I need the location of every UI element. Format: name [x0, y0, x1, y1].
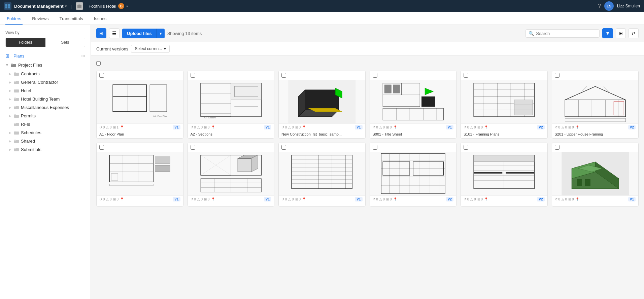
card-1-thumb: A1 - Floor Plan [97, 80, 183, 123]
nav-tabs: Folders Reviews Transmittals Issues [0, 12, 644, 25]
compare-button[interactable]: ⇄ [629, 28, 639, 38]
plans-more-icon[interactable]: ••• [81, 54, 85, 58]
card-3-version: V1 [355, 125, 362, 129]
toggle-folders[interactable]: Folders [6, 38, 45, 47]
svg-rect-3 [8, 6, 10, 8]
svg-marker-48 [305, 90, 339, 110]
card-8[interactable]: ↺ 0△ 0⊞ 0📍 V1 [188, 143, 275, 207]
select-all-checkbox[interactable] [96, 61, 101, 66]
card-6-name: S201 - Upper House Framing [552, 131, 639, 138]
card-8-thumb [188, 152, 274, 195]
folder-hotel[interactable]: ▶ Hotel [3, 86, 91, 95]
card-4-checkbox[interactable] [373, 73, 377, 78]
svg-rect-25 [14, 140, 16, 141]
card-11-thumb [461, 152, 547, 195]
card-7[interactable]: ↺ 0△ 0⊞ 0📍 V1 [96, 143, 183, 207]
card-6-checkbox[interactable] [555, 73, 560, 78]
svg-rect-97 [155, 157, 170, 163]
folder-general-contractor[interactable]: ▶ General Contractor [3, 78, 91, 86]
card-1[interactable]: A1 - Floor Plan ↺ 0 △ 0 ⊞ 1 📍 V1 A1 - Fl… [96, 71, 183, 139]
versions-select[interactable]: Select curren... ▾ [131, 45, 170, 53]
project-files-icon [11, 63, 16, 68]
permits-folder-icon [14, 114, 19, 118]
card-5-footer: ↺ 0△ 0⊞ 0📍 V2 [461, 123, 547, 131]
help-icon[interactable]: ? [598, 3, 601, 9]
card-12-version: V1 [628, 197, 636, 201]
card-12[interactable]: ↺ 0△ 0⊞ 0📍 V1 [552, 143, 639, 207]
svg-rect-2 [5, 6, 7, 8]
card-4-name: S001 - Title Sheet [370, 131, 456, 138]
sidebar-project-files[interactable]: ▼ Project Files [0, 61, 91, 70]
columns-button[interactable]: ⊞ [616, 28, 626, 38]
tab-folders[interactable]: Folders [5, 13, 23, 25]
svg-rect-17 [14, 106, 16, 107]
search-input[interactable] [536, 31, 597, 36]
card-2-checkbox[interactable] [191, 73, 195, 78]
card-12-footer: ↺ 0△ 0⊞ 0📍 V1 [552, 195, 639, 203]
item-count: Showing 13 items [167, 31, 523, 36]
misc-folder-icon [14, 106, 19, 110]
card-11[interactable]: ↺ 0△ 0⊞ 0📍 V2 [461, 143, 548, 207]
upload-files-button[interactable]: Upload files [122, 29, 157, 38]
tab-transmittals[interactable]: Transmittals [58, 13, 84, 25]
upload-dropdown-button[interactable]: ▾ [157, 29, 165, 38]
folder-permits[interactable]: ▶ Permits [3, 112, 91, 120]
card-3[interactable]: ↺ 0△ 0⊞ 0📍 V1 New Construction_rst_basic… [278, 71, 366, 139]
card-10[interactable]: ↺ 0△ 0⊞ 0📍 V2 [370, 143, 457, 207]
hbt-arrow: ▶ [9, 97, 12, 101]
app-icon [4, 2, 11, 10]
plans-label: Plans [13, 53, 25, 59]
folder-schedules[interactable]: ▶ Schedules [3, 128, 91, 137]
card-7-checkbox[interactable] [99, 145, 104, 150]
rfis-folder-icon [14, 122, 19, 126]
card-8-checkbox[interactable] [191, 145, 195, 150]
card-3-checkbox[interactable] [281, 73, 286, 78]
card-10-checkbox[interactable] [373, 145, 377, 150]
svg-rect-19 [14, 114, 16, 115]
avatar: LS [604, 1, 614, 11]
upload-group: Upload files ▾ [122, 29, 165, 38]
card-1-checkbox[interactable] [99, 73, 104, 78]
svg-rect-1 [8, 4, 10, 6]
card-9-name [279, 203, 365, 206]
card-5[interactable]: ↺ 0△ 0⊞ 0📍 V2 S101 - Framing Plans [461, 71, 548, 139]
card-9-checkbox[interactable] [281, 145, 286, 150]
svg-text:A1 - Floor Plan: A1 - Floor Plan [153, 115, 167, 117]
grid-view-button[interactable]: ⊞ [96, 28, 106, 38]
tab-reviews[interactable]: Reviews [31, 13, 50, 25]
svg-rect-23 [14, 131, 16, 132]
card-6[interactable]: ↺ 0△ 0⊞ 0📍 V2 S201 - Upper House Framing [552, 71, 639, 139]
card-9[interactable]: ↺ 0△ 0⊞ 0📍 V1 [278, 143, 366, 207]
folder-rfis[interactable]: RFIs [3, 120, 91, 128]
card-7-version: V1 [173, 197, 180, 201]
main-layout: View by Folders Sets ⊞ Plans ••• ▼ Proje… [0, 25, 644, 299]
svg-rect-57 [384, 85, 391, 93]
card-11-checkbox[interactable] [464, 145, 468, 150]
sidebar-item-plans[interactable]: ⊞ Plans ••• [0, 51, 91, 61]
filter-button[interactable]: ▼ [602, 28, 613, 38]
folder-submittals[interactable]: ▶ Submittals [3, 145, 91, 154]
card-4-version: V1 [446, 125, 453, 129]
tab-issues[interactable]: Issues [93, 13, 108, 25]
app-name[interactable]: Document Management ▾ [14, 4, 67, 9]
schedules-label: Schedules [21, 130, 41, 135]
folder-misc-expenses[interactable]: ▶ Miscellaneous Expenses [3, 103, 91, 112]
project-name[interactable]: Foothills Hotel B ▾ [89, 3, 128, 9]
folder-hotel-building-team[interactable]: ▶ Hotel Building Team [3, 95, 91, 103]
card-5-checkbox[interactable] [464, 73, 468, 78]
list-view-button[interactable]: ☰ [109, 28, 120, 38]
toggle-sets[interactable]: Sets [45, 38, 85, 47]
svg-rect-98 [155, 165, 170, 172]
folder-list: ▶ Contracts ▶ General Contractor ▶ Hotel… [0, 70, 91, 154]
search-icon: 🔍 [529, 31, 534, 36]
card-4-footer: ↺ 0△ 0⊞ 0📍 V1 [370, 123, 456, 131]
card-2[interactable]: A2 - Sections ↺ 0△ 0⊞ 0📍 V1 A2 - Section… [188, 71, 275, 139]
project-icon [76, 2, 83, 10]
card-12-checkbox[interactable] [555, 145, 560, 150]
folder-contracts[interactable]: ▶ Contracts [3, 70, 91, 78]
card-4[interactable]: ↺ 0△ 0⊞ 0📍 V1 S001 - Title Sheet [370, 71, 457, 139]
gc-arrow: ▶ [9, 80, 12, 84]
svg-rect-9 [14, 72, 16, 73]
svg-rect-60 [421, 97, 435, 107]
folder-shared[interactable]: ▶ Shared [3, 137, 91, 145]
